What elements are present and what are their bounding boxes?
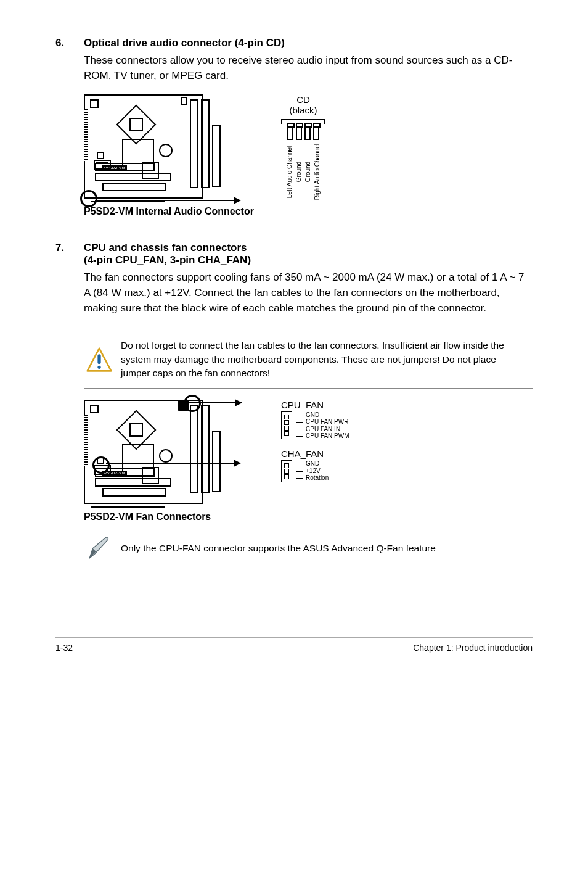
warning-icon — [86, 347, 112, 373]
page-number: 1-32 — [55, 643, 73, 653]
diagram-internal-audio: P5SD2-VM CD (black) — [84, 94, 533, 204]
arrow-icon — [182, 402, 242, 403]
pin-header-icon — [281, 126, 325, 140]
fan-header-icon — [281, 411, 292, 439]
cha-fan-block: CHA_FAN GND +12V Rotation — [281, 448, 349, 482]
page-footer: 1-32 Chapter 1: Product introduction — [55, 637, 533, 653]
section-number: 6. — [55, 37, 84, 49]
motherboard-outline: P5SD2-VM — [84, 94, 203, 199]
section-title: CPU and chassis fan connectors (4-pin CP… — [84, 242, 251, 266]
arrow-icon — [106, 463, 240, 464]
section-fan-connectors: 7. CPU and chassis fan connectors (4-pin… — [55, 242, 533, 563]
note-icon — [86, 535, 112, 561]
warning-text: Do not forget to connect the fan cables … — [121, 340, 504, 378]
cpu-fan-marker — [184, 395, 201, 412]
info-note: Only the CPU-FAN connector supports the … — [84, 534, 533, 563]
connector-name: CD — [281, 94, 325, 105]
cpu-fan-pins: GND CPU FAN PWR CPU FAN IN CPU FAN PWM — [296, 411, 349, 440]
diagram-caption: P5SD2-VM Fan Connectors — [84, 511, 533, 522]
section-body: The fan connectors support cooling fans … — [84, 270, 533, 316]
cha-fan-marker — [92, 456, 110, 474]
connector-color: (black) — [281, 105, 325, 115]
chapter-title: Chapter 1: Product introduction — [413, 643, 533, 653]
cha-fan-name: CHA_FAN — [281, 448, 349, 459]
note-text: Only the CPU-FAN connector supports the … — [121, 543, 436, 553]
diagram-fan-connectors: P5SD2-VM CPU — [84, 400, 533, 509]
fan-header-icon — [281, 460, 292, 482]
diagram-caption: P5SD2-VM Internal Audio Connector — [84, 206, 533, 217]
svg-rect-1 — [97, 354, 100, 364]
section-title: Optical drive audio connector (4-pin CD) — [84, 37, 285, 49]
cpu-fan-name: CPU_FAN — [281, 400, 349, 410]
svg-point-2 — [97, 366, 100, 369]
connector-location-marker — [80, 190, 97, 207]
section-number: 7. — [55, 242, 84, 254]
section-body: These connectors allow you to receive st… — [84, 53, 533, 83]
fan-headers-detail: CPU_FAN GND CPU FAN PWR CPU FAN IN CPU F… — [281, 400, 349, 491]
cpu-fan-block: CPU_FAN GND CPU FAN PWR CPU FAN IN CPU F… — [281, 400, 349, 440]
arrow-icon — [95, 200, 240, 201]
pin-labels: Left Audio Channel Ground Ground Right A… — [281, 144, 325, 200]
section-optical-drive: 6. Optical drive audio connector (4-pin … — [55, 37, 533, 217]
cd-connector-detail: CD (black) Left Audio Channel Ground Gro… — [281, 94, 325, 200]
motherboard-outline: P5SD2-VM — [84, 400, 203, 504]
warning-note: Do not forget to connect the fan cables … — [84, 331, 533, 388]
cha-fan-pins: GND +12V Rotation — [296, 460, 329, 482]
